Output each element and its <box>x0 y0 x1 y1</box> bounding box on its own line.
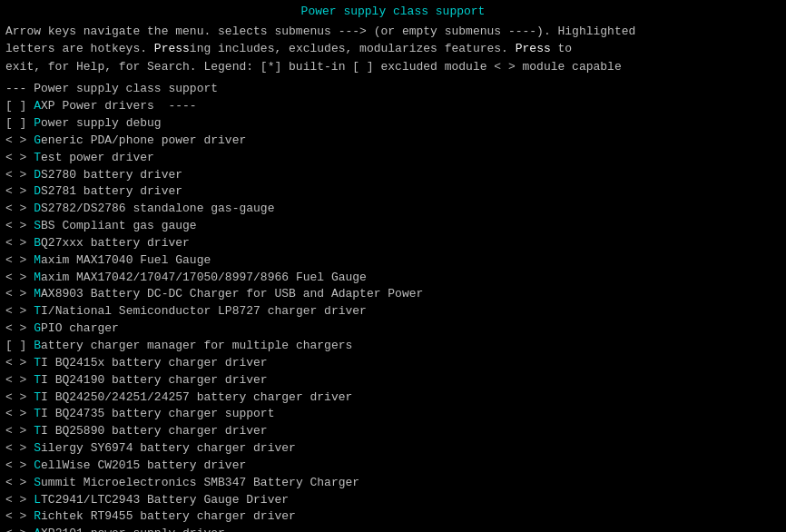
list-item[interactable]: < > DS2780 battery driver <box>5 167 781 184</box>
item-hotkey: D <box>34 202 41 215</box>
item-label: Q27xxx battery driver <box>41 236 190 250</box>
item-hotkey: S <box>34 219 41 232</box>
list-item[interactable]: [ ] Power supply debug <box>5 115 781 133</box>
list-item[interactable]: < > AXP2101 power supply driver <box>5 526 781 532</box>
list-item[interactable]: < > Generic PDA/phone power driver <box>5 133 781 150</box>
item-hotkey: T <box>34 390 41 404</box>
item-hotkey: S <box>34 441 41 455</box>
item-prefix: < > <box>5 219 26 232</box>
list-item[interactable]: < > TI BQ25890 battery charger driver <box>5 423 781 440</box>
item-hotkey: G <box>34 133 41 147</box>
item-prefix: < > <box>5 356 26 369</box>
item-prefix: < > <box>5 236 26 250</box>
item-label: axim MAX17042/17047/17050/8997/8966 Fuel… <box>41 271 367 284</box>
item-label: S2782/DS2786 standalone gas-gauge <box>41 202 274 215</box>
item-prefix: < > <box>5 168 26 182</box>
list-item[interactable]: < > Maxim MAX17040 Fuel Gauge <box>5 252 781 270</box>
item-prefix: < > <box>5 476 26 489</box>
list-item[interactable]: < > Silergy SY6974 battery charger drive… <box>5 440 781 458</box>
item-prefix: < > <box>5 184 26 198</box>
list-item[interactable]: < > LTC2941/LTC2943 Battery Gauge Driver <box>5 492 781 509</box>
list-item[interactable]: < > Maxim MAX17042/17047/17050/8997/8966… <box>5 270 781 287</box>
list-item[interactable]: [ ] AXP Power drivers ---- <box>5 98 781 115</box>
item-label: attery charger manager for multiple char… <box>41 339 352 352</box>
item-hotkey: T <box>34 407 41 420</box>
list-item[interactable]: < > MAX8903 Battery DC-DC Charger for US… <box>5 286 781 303</box>
item-hotkey: A <box>34 527 41 532</box>
item-hotkey: T <box>34 356 41 369</box>
list-item[interactable]: < > TI BQ24735 battery charger support <box>5 406 781 423</box>
list-item[interactable]: < > TI/National Semiconductor LP8727 cha… <box>5 303 781 320</box>
item-label: S2781 battery driver <box>41 184 182 198</box>
list-item[interactable]: < > GPIO charger <box>5 320 781 338</box>
item-prefix: < > <box>5 390 26 404</box>
item-prefix: [ ] <box>5 99 26 113</box>
item-label: ichtek RT9455 battery charger driver <box>41 509 296 523</box>
list-item[interactable]: < > Test power driver <box>5 150 781 167</box>
item-label: S2780 battery driver <box>41 168 182 182</box>
item-label: I BQ24250/24251/24257 battery charger dr… <box>41 390 352 404</box>
item-hotkey: B <box>34 339 41 352</box>
item-label: TC2941/LTC2943 Battery Gauge Driver <box>41 493 289 507</box>
item-prefix: < > <box>5 133 26 147</box>
item-hotkey: M <box>34 287 41 300</box>
item-prefix: < > <box>5 493 26 507</box>
item-prefix: < > <box>5 373 26 387</box>
list-item[interactable]: < > TI BQ24190 battery charger driver <box>5 372 781 389</box>
item-label: ower supply debug <box>41 116 162 130</box>
item-hotkey: T <box>34 373 41 387</box>
item-label: ellWise CW2015 battery driver <box>41 458 246 472</box>
list-item[interactable]: < > Richtek RT9455 battery charger drive… <box>5 508 781 526</box>
item-hotkey: B <box>34 236 41 250</box>
list-item[interactable]: < > CellWise CW2015 battery driver <box>5 458 781 475</box>
list-item[interactable]: < > TI BQ2415x battery charger driver <box>5 355 781 372</box>
item-hotkey: T <box>34 304 41 318</box>
item-prefix: [ ] <box>5 116 26 130</box>
item-prefix: < > <box>5 287 26 300</box>
info-text: Arrow keys navigate the menu. selects su… <box>5 23 781 76</box>
item-hotkey: C <box>34 458 41 472</box>
item-label: ilergy SY6974 battery charger driver <box>41 441 296 455</box>
item-hotkey: S <box>34 476 41 489</box>
item-prefix: < > <box>5 407 26 420</box>
item-hotkey: G <box>34 321 41 335</box>
item-hotkey: M <box>34 253 41 267</box>
list-item[interactable]: < > TI BQ24250/24251/24257 battery charg… <box>5 389 781 407</box>
list-item[interactable]: < > Summit Microelectronics SMB347 Batte… <box>5 475 781 492</box>
item-prefix: < > <box>5 527 26 532</box>
item-label: AX8903 Battery DC-DC Charger for USB and… <box>41 287 423 300</box>
item-label: I/National Semiconductor LP8727 charger … <box>41 304 367 318</box>
menu-area: --- Power supply class support [ ] AXP P… <box>5 81 781 532</box>
item-label: I BQ2415x battery charger driver <box>41 356 268 369</box>
page-title: Power supply class support <box>5 4 781 21</box>
item-hotkey: T <box>34 424 41 438</box>
item-label: XP2101 power supply driver <box>41 527 225 532</box>
item-label: est power driver <box>41 151 154 164</box>
item-prefix: < > <box>5 458 26 472</box>
item-label: ummit Microelectronics SMB347 Battery Ch… <box>41 476 359 489</box>
list-item[interactable]: < > DS2782/DS2786 standalone gas-gauge <box>5 201 781 218</box>
list-item[interactable]: [ ] Battery charger manager for multiple… <box>5 338 781 355</box>
item-label: PIO charger <box>41 321 119 335</box>
item-prefix: < > <box>5 253 26 267</box>
item-prefix: < > <box>5 271 26 284</box>
item-prefix: < > <box>5 509 26 523</box>
item-hotkey: A <box>34 99 41 113</box>
item-label: BS Compliant gas gauge <box>41 219 197 232</box>
item-prefix: < > <box>5 304 26 318</box>
section-header: --- Power supply class support <box>5 81 781 98</box>
item-hotkey: L <box>34 493 41 507</box>
list-item[interactable]: < > DS2781 battery driver <box>5 183 781 201</box>
item-label: I BQ25890 battery charger driver <box>41 424 268 438</box>
item-hotkey: T <box>34 151 41 164</box>
item-label: XP Power drivers ---- <box>41 99 197 113</box>
item-hotkey: D <box>34 168 41 182</box>
item-label: eneric PDA/phone power driver <box>41 133 246 147</box>
item-label: I BQ24735 battery charger support <box>41 407 274 420</box>
list-item[interactable]: < > BQ27xxx battery driver <box>5 235 781 252</box>
item-hotkey: R <box>34 509 41 523</box>
item-prefix: < > <box>5 321 26 335</box>
list-item[interactable]: < > SBS Compliant gas gauge <box>5 218 781 235</box>
item-label: I BQ24190 battery charger driver <box>41 373 268 387</box>
item-prefix: [ ] <box>5 339 26 352</box>
